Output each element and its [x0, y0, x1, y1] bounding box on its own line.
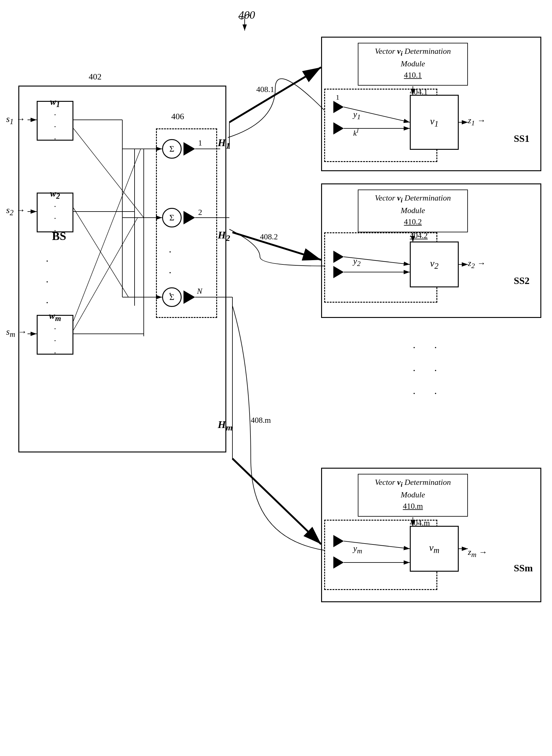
- ssm-label: SSm: [514, 562, 533, 574]
- y1-label: y1: [353, 110, 361, 121]
- proc-box-m: vm: [410, 526, 459, 572]
- h2-label: H2: [218, 229, 230, 243]
- proc-ref-1: 404.1: [410, 87, 428, 97]
- ym-label: ym: [353, 544, 362, 555]
- output-num-N: N: [197, 287, 202, 296]
- module-2-title: Vector vi DeterminationModule: [362, 193, 463, 216]
- module-2-box: Vector vi DeterminationModule 410.2: [358, 190, 468, 232]
- svg-line-22: [229, 67, 321, 122]
- module-m-title: Vector vi DeterminationModule: [362, 477, 463, 501]
- dashed1-num1: 1: [336, 93, 339, 102]
- output-num-1: 1: [198, 139, 202, 148]
- w1-box: w1 ···: [37, 101, 74, 141]
- block-406-label: 406: [171, 112, 184, 121]
- zm-label: zm →: [468, 547, 487, 559]
- w2-box: w2 ···: [37, 193, 74, 232]
- wm-box: wm ···: [37, 315, 74, 355]
- tri-1-top: [333, 101, 344, 113]
- hm-label: Hm: [218, 419, 233, 432]
- inter-ss-dots: ···: [413, 336, 416, 405]
- signal-s1: s1 →: [6, 114, 25, 126]
- sum-dots: ···: [169, 241, 171, 304]
- svg-line-25: [233, 458, 321, 544]
- tri-1-bot: [333, 122, 344, 135]
- proc-ref-m: 404.m: [410, 519, 430, 528]
- proc-box-2: v2: [410, 241, 459, 288]
- tri-2-top: [333, 251, 344, 263]
- antenna-2: [183, 211, 195, 224]
- sum-circle-1: Σ: [162, 139, 182, 159]
- tri-2-bot: [333, 266, 344, 278]
- figure-number: 400: [239, 9, 255, 21]
- sum-circle-N: Σ: [162, 288, 182, 307]
- module-m-num: 410.m: [362, 502, 463, 511]
- bs-ref-label: 402: [89, 72, 102, 81]
- module-1-title: Vector vi DeterminationModule: [362, 46, 463, 69]
- signal-sm: sm →: [6, 327, 27, 339]
- ss2-label: SS2: [514, 275, 530, 287]
- k1-label: kl: [353, 127, 359, 138]
- output-num-2: 2: [198, 208, 202, 217]
- ref-408-m: 408.m: [251, 416, 271, 425]
- module-1-box: Vector vi DeterminationModule 410.1: [358, 43, 468, 85]
- tri-m-top: [333, 535, 344, 547]
- proc-ref-2: 404.2: [410, 231, 428, 240]
- y2-label: y2: [353, 256, 361, 268]
- antenna-N: [183, 291, 195, 304]
- ref-408-1: 408.1: [256, 85, 274, 94]
- tri-m-bot: [333, 556, 344, 569]
- z2-label: z2 →: [468, 258, 486, 270]
- module-m-box: Vector vi DeterminationModule 410.m: [358, 474, 468, 517]
- diagram-container: 400 402 BS s1 → s2 → sm → w1 ··· w2 ··· …: [0, 0, 552, 756]
- sum-circle-2: Σ: [162, 208, 182, 227]
- module-1-num: 410.1: [362, 70, 463, 80]
- inter-ss-dots-2: ···: [434, 336, 437, 405]
- z1-label: z1 →: [468, 116, 486, 127]
- signal-s2: s2 →: [6, 205, 25, 217]
- ref-408-2: 408.2: [260, 232, 278, 241]
- bs-vertical-dots: ···: [46, 251, 49, 313]
- module-2-num: 410.2: [362, 217, 463, 226]
- antenna-1: [183, 142, 195, 156]
- h1-label: H1: [218, 137, 230, 151]
- proc-box-1: v1: [410, 95, 459, 150]
- ss1-label: SS1: [514, 133, 530, 144]
